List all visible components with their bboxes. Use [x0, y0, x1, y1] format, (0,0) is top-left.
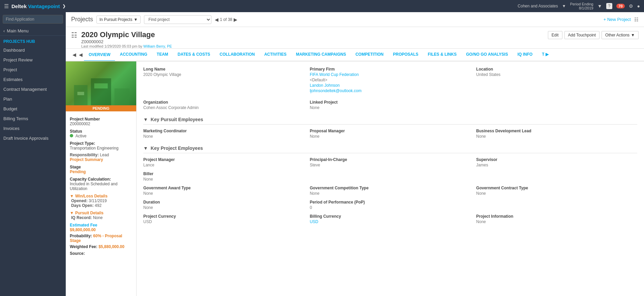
tab-gonogo[interactable]: GO/NO GO ANALYSIS [461, 49, 513, 61]
tabs-prev-btn[interactable]: ◀ [71, 52, 78, 57]
win-loss-toggle[interactable]: ▼ Win/Loss Details [70, 194, 132, 198]
days-open-row: Days Open: 492 [71, 203, 132, 208]
settings-icon[interactable]: ⚙ [629, 3, 633, 9]
top-fields: Long Name 2020 Olympic Village Primary F… [143, 67, 637, 93]
company-selector[interactable]: Cohen and Associates [518, 4, 558, 8]
estimated-fee-label[interactable]: Estimated Fee [70, 223, 132, 227]
billing-currency-label: Billing Currency [310, 214, 471, 219]
project-summary-link[interactable]: Project Summary [70, 157, 103, 162]
primary-firm-contact-link[interactable]: Landon Johnson [310, 83, 471, 88]
tab-team[interactable]: TEAM [152, 49, 173, 61]
record-title: 2020 Olympic Village [81, 30, 544, 39]
new-project-button[interactable]: + New Project [604, 17, 631, 22]
biz-dev-value: None [476, 134, 637, 139]
probability-row: Probability: 60% - Proposal Stage [70, 234, 132, 243]
sidebar-section-title: PROJECTS HUB [0, 36, 66, 45]
notification-badge[interactable]: 70 [616, 4, 624, 8]
linked-project-field: Linked Project None [310, 100, 471, 110]
billing-currency-value[interactable]: USD [310, 219, 471, 224]
long-name-value: 2020 Olympic Village [143, 72, 304, 77]
project-currency-value: USD [143, 219, 304, 224]
project-image-container: PENDING [66, 61, 136, 111]
projects-toolbar: Projects In Pursuit Projects ▼ Find proj… [66, 12, 644, 27]
gov-comp-value: None [310, 191, 471, 196]
company-arrow-icon[interactable]: ▼ [562, 4, 566, 8]
other-actions-button[interactable]: Other Actions ▼ [602, 31, 639, 39]
principal-label: Principal-In-Charge [310, 157, 471, 162]
record-navigation: ◀ 1 of 38 ▶ [215, 17, 237, 22]
source-label: Source: [70, 251, 132, 256]
long-name-label: Long Name [143, 67, 304, 72]
sidebar-item-project-review[interactable]: Project Review [0, 55, 66, 65]
period-arrow-icon[interactable]: ▼ [597, 3, 602, 9]
duration-fields: Duration None Period of Performance (PoP… [143, 200, 637, 210]
project-currency-field: Project Currency USD [143, 214, 304, 224]
list-view-icon[interactable]: ☷ [634, 17, 639, 22]
tab-activities[interactable]: ACTIVITIES [260, 49, 291, 61]
prev-record-btn[interactable]: ◀ [215, 17, 218, 22]
tab-dates-costs[interactable]: DATES & COSTS [173, 49, 215, 61]
user-icon[interactable]: ● [637, 3, 640, 9]
duration-field: Duration None [143, 200, 304, 210]
sidebar-item-billing-terms[interactable]: Billing Terms [0, 114, 66, 124]
main-menu-item[interactable]: ‹ Main Menu [0, 26, 66, 36]
key-pursuit-title[interactable]: ▼ Key Pursuit Employees [143, 117, 637, 125]
project-number-label: Project Number [70, 117, 132, 122]
help-badge[interactable]: ? [606, 3, 613, 9]
filter-dropdown[interactable]: In Pursuit Projects ▼ [96, 16, 141, 24]
tab-proposals[interactable]: PROPOSALS [388, 49, 423, 61]
proposal-manager-label: Proposal Manager [310, 129, 471, 133]
gov-contract-value: None [476, 191, 637, 196]
probability-label: Probability: [70, 234, 92, 238]
pursuit-details: IQ Record: None [70, 215, 132, 220]
hamburger-icon[interactable]: ☰ [4, 3, 9, 9]
tab-files-links[interactable]: FILES & LINKS [423, 49, 461, 61]
sidebar-item-dashboard[interactable]: Dashboard [0, 45, 66, 55]
sidebar-item-estimates[interactable]: Estimates [0, 75, 66, 84]
capacity-value: Included in Scheduled and Utilization [70, 182, 117, 191]
tab-competition[interactable]: COMPETITION [351, 49, 388, 61]
project-status-badge: PENDING [66, 105, 136, 111]
primary-firm-email-link[interactable]: ljohnsondeltek@outlook.com [310, 88, 471, 93]
svg-rect-1 [91, 78, 111, 105]
project-info-field: Project Information None [476, 214, 637, 224]
sidebar-item-budget[interactable]: Budget [0, 104, 66, 114]
key-project-title[interactable]: ▼ Key Project Employees [143, 145, 637, 153]
sidebar-item-invoices[interactable]: Invoices [0, 124, 66, 133]
marketing-coordinator-value: None [143, 134, 304, 139]
body-split: PENDING Project Number Z00000002 Status … [66, 61, 644, 296]
tabs-prev2-btn[interactable]: ◀ [78, 52, 84, 57]
tab-marketing-campaigns[interactable]: MARKETING CAMPAIGNS [291, 49, 351, 61]
project-manager-value: Lance [143, 163, 304, 167]
modified-by-link[interactable]: William Berry, PE [143, 44, 172, 48]
organization-label: Organization [143, 100, 304, 105]
edit-button[interactable]: Edit [548, 31, 562, 39]
tab-more[interactable]: T ▶ [537, 49, 553, 61]
record-header: ☷ 2020 Olympic Village Z00000002 Last mo… [66, 27, 644, 49]
add-touchpoint-button[interactable]: Add Touchpoint [564, 31, 600, 39]
location-field: Location United States [476, 67, 637, 93]
pursuit-details-arrow-icon: ▼ [70, 211, 74, 215]
left-panel: PENDING Project Number Z00000002 Status … [66, 61, 137, 296]
next-record-btn[interactable]: ▶ [234, 17, 237, 22]
find-application-input[interactable] [3, 15, 63, 24]
proposal-manager-field: Proposal Manager None [310, 129, 471, 139]
weighted-fee-value[interactable]: $5,880,000.00 [98, 244, 124, 249]
key-project-fields-1: Project Manager Lance Principal-In-Charg… [143, 157, 637, 167]
primary-firm-link[interactable]: FIFA World Cup Federation [310, 72, 471, 77]
pursuit-details-toggle[interactable]: ▼ Pursuit Details [70, 211, 132, 215]
sidebar-item-contract-management[interactable]: Contract Management [0, 84, 66, 94]
sidebar-item-plan[interactable]: Plan [0, 94, 66, 104]
tab-iq-info[interactable]: IQ INFO [513, 49, 537, 61]
sidebar-item-draft-invoice-approvals[interactable]: Draft Invoice Approvals [0, 133, 66, 143]
biz-dev-label: Business Development Lead [476, 129, 637, 133]
project-type-label: Project Type: [70, 141, 132, 146]
principal-field: Principal-In-Charge Steve [310, 157, 471, 167]
win-loss-arrow-icon: ▼ [70, 194, 74, 198]
sidebar-item-project[interactable]: Project [0, 65, 66, 75]
tab-accounting[interactable]: ACCOUNTING [115, 49, 152, 61]
tab-overview[interactable]: OVERVIEW [84, 49, 115, 61]
tab-collaboration[interactable]: COLLABORATION [215, 49, 259, 61]
duration-label: Duration [143, 200, 304, 205]
find-project-select[interactable]: Find project [144, 15, 211, 24]
